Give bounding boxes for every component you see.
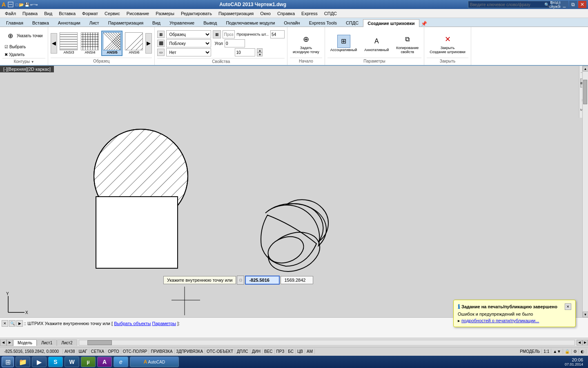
tab-online[interactable]: Онлайн xyxy=(279,19,304,27)
by-select[interactable]: ПоБлоку xyxy=(166,39,211,47)
hscroll-thumb[interactable] xyxy=(87,340,112,345)
maximize-btn[interactable]: ⧉ xyxy=(569,1,577,8)
status-settings-icon[interactable]: ⚙ xyxy=(572,349,579,354)
tab-spds[interactable]: СПДС xyxy=(341,19,363,27)
copy-props-btn[interactable]: ⧉ Копирование свойств xyxy=(393,31,421,56)
angle-value[interactable] xyxy=(225,39,245,47)
tab-sheet1[interactable]: Лист1 xyxy=(37,339,57,346)
pick-points-btn[interactable]: ⊕ Указать точки xyxy=(2,29,45,43)
associative-btn[interactable]: ⊞ Ассоциативный xyxy=(327,33,360,54)
vertical-scrollbar[interactable]: ▲ ▼ xyxy=(582,66,588,317)
cmd-link-params[interactable]: Параметры xyxy=(152,321,176,326)
redo-btn[interactable]: ↪ xyxy=(34,2,38,7)
close-btn[interactable]: ✕ xyxy=(578,1,586,8)
status-shag[interactable]: ШАГ xyxy=(77,349,89,354)
scroll-left-btn[interactable]: ◀ xyxy=(51,33,57,54)
start-btn[interactable]: ⊞ xyxy=(2,357,14,367)
viewport[interactable]: Укажите внутреннюю точку или □ -825.5016… xyxy=(0,66,582,317)
new-btn[interactable]: □ xyxy=(16,2,18,7)
menubar-item-service[interactable]: Сервис xyxy=(101,10,123,17)
transparency-value[interactable] xyxy=(270,30,285,38)
cmd-close-btn[interactable]: ✕ xyxy=(2,320,8,327)
pattern-ansi4[interactable]: ANSI4 xyxy=(80,31,100,55)
close-hatch-btn[interactable]: ✕ Закрыть Создание штриховки xyxy=(427,31,468,56)
status-ots-polyar[interactable]: ОТС-ПОЛЯР xyxy=(121,349,149,354)
tab-next-btn[interactable]: ▶ xyxy=(7,339,13,346)
scale-spinner[interactable]: ▲ ▼ xyxy=(257,48,263,56)
folder-app-btn[interactable]: 📁 xyxy=(16,357,30,367)
menubar-item-view[interactable]: Вид xyxy=(41,10,56,17)
pattern-ansi5[interactable]: ANSI5 xyxy=(101,31,122,56)
menubar-item-edit[interactable]: Правка xyxy=(19,10,41,17)
status-rmodel[interactable]: РМОДЕЛЬ xyxy=(518,349,542,354)
status-dpls[interactable]: ДПЛС xyxy=(235,349,250,354)
tab-annotations[interactable]: Аннотации xyxy=(53,19,85,27)
scroll-track[interactable] xyxy=(583,72,588,312)
tab-create-hatch[interactable]: Создание штриховки xyxy=(363,19,419,27)
hscroll-left[interactable]: ◀ xyxy=(577,340,582,346)
tab-view[interactable]: Вид xyxy=(148,19,165,27)
status-am[interactable]: АМ xyxy=(305,349,315,354)
menubar-item-dimensions[interactable]: Размеры xyxy=(152,10,178,17)
status-scale[interactable]: 1:1 xyxy=(542,349,551,354)
select-btn[interactable]: ☑Выбрать xyxy=(2,43,28,50)
scroll-thumb[interactable] xyxy=(583,80,587,104)
browser-app-btn[interactable]: e xyxy=(114,357,128,367)
menubar-item-spds[interactable]: СПДС xyxy=(321,10,340,17)
pattern-ansi3[interactable]: ANSI3 xyxy=(59,31,78,55)
menubar-item-window[interactable]: Окно xyxy=(257,10,274,17)
archi-app-btn[interactable]: A xyxy=(97,357,112,367)
tab-model[interactable]: Модель xyxy=(13,339,37,346)
status-an38[interactable]: АНЗ8 xyxy=(63,349,77,354)
tab-parametric[interactable]: Параметризация xyxy=(104,19,148,27)
transparency-input[interactable] xyxy=(223,30,235,38)
status-prz[interactable]: ПРЗ xyxy=(275,349,287,354)
minimize-btn[interactable]: _ xyxy=(560,1,568,8)
menubar-item-help[interactable]: Справка xyxy=(274,10,298,17)
tab-prev-btn[interactable]: ◀ xyxy=(0,339,7,346)
hscroll-right[interactable]: ▶ xyxy=(582,340,588,346)
annotative-btn[interactable]: A Аннотативный xyxy=(361,33,392,54)
status-3dprivyazka[interactable]: 3ДПРИВЯЗКА xyxy=(175,349,205,354)
scroll-right-btn[interactable]: ▶ xyxy=(145,33,152,54)
search-input[interactable] xyxy=(470,2,543,7)
tab-home[interactable]: Главная xyxy=(2,19,28,27)
coord-display[interactable]: -825.5016, 1569.2842, 0.0000 xyxy=(2,349,63,354)
set-origin-btn[interactable]: ⊕ Задать исходную точку xyxy=(290,31,322,56)
login-btn[interactable]: Вход в службы xyxy=(552,1,559,8)
utorrent-app-btn[interactable]: µ xyxy=(81,357,96,367)
status-ves[interactable]: ВЕС xyxy=(263,349,275,354)
tab-insert[interactable]: Вставка xyxy=(28,19,53,27)
scale-value[interactable] xyxy=(235,48,255,56)
status-ots-objekt[interactable]: ОТС-ОБЪЕКТ xyxy=(205,349,235,354)
status-light-icon[interactable]: ◐ xyxy=(579,349,586,354)
status-tsv[interactable]: ЦВ xyxy=(296,349,305,354)
delete-btn[interactable]: ✖Удалить xyxy=(2,51,27,58)
scale-up[interactable]: ▲ xyxy=(257,48,263,52)
tab-express-tools[interactable]: Express Tools xyxy=(305,19,341,27)
autocad-taskbar-btn[interactable]: A AutoCAD xyxy=(130,357,179,367)
status-din[interactable]: ДИН xyxy=(250,349,263,354)
cmd-link-select[interactable]: Выбрать объекты xyxy=(114,321,151,326)
status-orto[interactable]: ОРТО xyxy=(106,349,121,354)
cmd-search-btn[interactable]: 🔍 xyxy=(9,320,16,327)
menubar-item-file[interactable]: Файл xyxy=(2,10,19,17)
menubar-item-modify[interactable]: Редактировать xyxy=(178,10,215,17)
notif-close-btn[interactable]: ✕ xyxy=(565,303,571,310)
menubar-item-draw[interactable]: Рисование xyxy=(123,10,152,17)
type-select[interactable]: Образец xyxy=(166,30,211,38)
status-nav-arrows[interactable]: ▲▼ xyxy=(551,349,563,354)
undo-btn[interactable]: ↩ xyxy=(30,2,33,7)
status-privyazka[interactable]: ПРИВЯЗКА xyxy=(149,349,174,354)
cmd-history-btn[interactable]: ▶ xyxy=(16,320,23,327)
tab-output[interactable]: Вывод xyxy=(199,19,221,27)
media-app-btn[interactable]: ▶ xyxy=(32,357,47,367)
tab-sheet[interactable]: Лист xyxy=(85,19,104,27)
tab-manage[interactable]: Управление xyxy=(165,19,199,27)
menubar-item-insert[interactable]: Вставка xyxy=(56,10,79,17)
tab-sheet2[interactable]: Лист2 xyxy=(57,339,77,346)
status-setka[interactable]: СЕТКА xyxy=(89,349,107,354)
scroll-down-btn[interactable]: ▼ xyxy=(583,312,588,317)
open-btn[interactable]: 📂 xyxy=(19,2,24,7)
pin-icon[interactable]: 📌 xyxy=(421,21,427,27)
